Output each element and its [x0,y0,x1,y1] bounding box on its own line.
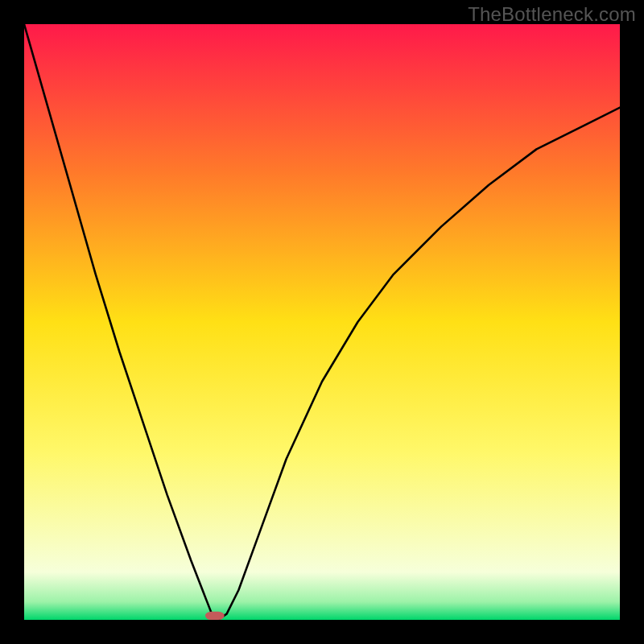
minimum-marker [205,612,225,620]
plot-background [24,24,620,620]
watermark-text: TheBottleneck.com [468,3,636,26]
chart-frame: TheBottleneck.com [0,0,644,644]
plot-area [24,24,620,620]
plot-svg [24,24,620,620]
